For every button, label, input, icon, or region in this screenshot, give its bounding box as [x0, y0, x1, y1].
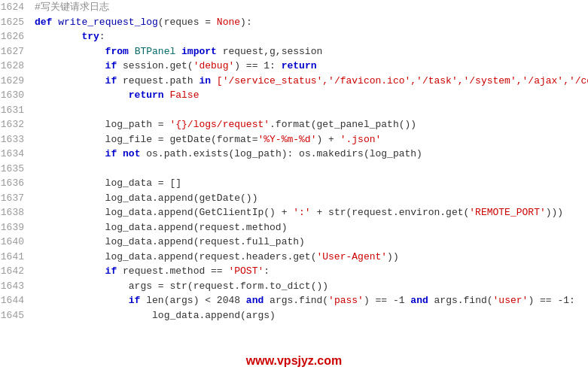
line-number: 1624: [0, 0, 32, 15]
table-row: 1645 log_data.append(args): [0, 308, 588, 323]
token: ['/service_status','/favicon.ico','/task…: [217, 75, 588, 86]
token: session: [123, 60, 164, 71]
token: BTPanel: [135, 46, 181, 57]
line-number: 1637: [0, 191, 32, 206]
token: ))): [546, 207, 563, 218]
line-number: 1625: [0, 15, 32, 30]
token: )): [387, 251, 399, 262]
line-number: 1638: [0, 205, 32, 220]
table-row: 1644 if len(args) < 2048 and args.find('…: [0, 293, 588, 308]
token: ':': [293, 207, 310, 218]
table-row: 1629 if request.path in ['/service_statu…: [0, 74, 588, 89]
token: log_data = []: [35, 177, 181, 189]
line-code: log_data.append(request.method): [32, 220, 588, 235]
token: #写关键请求日志: [35, 2, 109, 13]
table-row: 1635: [0, 162, 588, 177]
line-code: log_path = '{}/logs/request'.format(get_…: [32, 117, 588, 132]
table-row: 1642 if request.method == 'POST':: [0, 264, 588, 279]
line-number: 1641: [0, 250, 32, 265]
token: log_data.append(request.headers.get(: [35, 251, 316, 262]
token: log_file = getDate(format=: [35, 134, 257, 145]
token: log_data.append(GetClientIp() +: [35, 207, 293, 218]
token: return: [35, 89, 169, 101]
line-number: 1634: [0, 147, 32, 162]
line-number: 1630: [0, 88, 32, 103]
token: if: [35, 60, 123, 71]
token: log_data.append(request.full_path): [35, 236, 305, 247]
token: ) +: [316, 134, 340, 145]
token: 'User-Agent': [316, 251, 387, 262]
token: args.find(: [270, 295, 328, 306]
table-row: 1643 args = str(request.form.to_dict()): [0, 279, 588, 294]
token: log_data.append(request.method): [35, 222, 287, 233]
token: log_path =: [35, 119, 169, 130]
token: def: [35, 17, 58, 28]
token: if: [35, 75, 123, 86]
token: '.json': [340, 134, 382, 145]
line-number: 1643: [0, 279, 32, 294]
table-row: 1632 log_path = '{}/logs/request'.format…: [0, 117, 588, 132]
table-row: 1633 log_file = getDate(format='%Y-%m-%d…: [0, 132, 588, 147]
token: if: [35, 265, 123, 277]
token: 'pass': [328, 295, 364, 306]
line-number: 1629: [0, 74, 32, 89]
token: ):: [240, 17, 252, 28]
line-number: 1631: [0, 103, 32, 118]
line-number: 1626: [0, 29, 32, 44]
line-number: 1635: [0, 162, 32, 177]
token: args = str(request.form.to_dict()): [35, 280, 328, 292]
line-code: log_data = []: [32, 176, 588, 191]
token: False: [169, 89, 199, 101]
table-row: 1636 log_data = []: [0, 176, 588, 191]
token: and: [410, 295, 434, 306]
token: request.path: [123, 75, 199, 86]
table-row: 1631: [0, 103, 588, 118]
line-code: if len(args) < 2048 and args.find('pass'…: [32, 293, 588, 308]
line-code: if request.method == 'POST':: [32, 264, 588, 279]
token: 'POST': [228, 265, 264, 277]
token: request,g,session: [223, 46, 323, 57]
table-row: 1639 log_data.append(request.method): [0, 220, 588, 235]
table-row: 1625def write_request_log(reques = None)…: [0, 15, 588, 30]
line-code: log_file = getDate(format='%Y-%m-%d') + …: [32, 132, 588, 147]
line-number: 1636: [0, 176, 32, 191]
line-code: log_data.append(request.headers.get('Use…: [32, 250, 588, 265]
line-number: 1645: [0, 308, 32, 323]
code-container: 1624#写关键请求日志1625def write_request_log(re…: [0, 0, 588, 376]
line-number: 1639: [0, 220, 32, 235]
token: return: [282, 60, 317, 71]
token: try: [35, 31, 99, 42]
table-row: 1641 log_data.append(request.headers.get…: [0, 250, 588, 265]
token: if: [35, 295, 146, 306]
token: args.find(: [434, 295, 493, 306]
line-code: [32, 103, 588, 118]
token: ) == -1:: [528, 295, 574, 306]
line-code: #写关键请求日志: [32, 0, 588, 15]
token: len(args) < 2048: [146, 295, 246, 306]
watermark: www.vpsjyz.com: [0, 352, 588, 370]
token: .format(get_panel_path()): [270, 119, 416, 130]
token: 'debug': [193, 60, 235, 71]
line-code: if session.get('debug') == 1: return: [32, 59, 588, 74]
line-number: 1642: [0, 264, 32, 279]
token: (reques =: [158, 17, 217, 28]
token: log_data.append(args): [35, 310, 276, 321]
table-row: 1628 if session.get('debug') == 1: retur…: [0, 59, 588, 74]
token: '%Y-%m-%d': [257, 134, 316, 145]
token: + str(request.environ.get(: [311, 207, 470, 218]
token: not: [123, 148, 146, 159]
token: os.path.exists(log_path): os.makedirs(lo…: [146, 148, 422, 159]
token: '{}/logs/request': [169, 119, 270, 130]
line-code: return False: [32, 88, 588, 103]
table-row: 1626 try:: [0, 29, 588, 44]
table-row: 1638 log_data.append(GetClientIp() + ':'…: [0, 205, 588, 220]
line-code: try:: [32, 29, 588, 44]
table-row: 1630 return False: [0, 88, 588, 103]
line-code: args = str(request.form.to_dict()): [32, 279, 588, 294]
token: 'REMOTE_PORT': [469, 207, 545, 218]
line-code: log_data.append(request.full_path): [32, 235, 588, 250]
line-code: log_data.append(getDate()): [32, 191, 588, 206]
line-number: 1644: [0, 293, 32, 308]
line-code: [32, 162, 588, 177]
line-code: def write_request_log(reques = None):: [32, 15, 588, 30]
